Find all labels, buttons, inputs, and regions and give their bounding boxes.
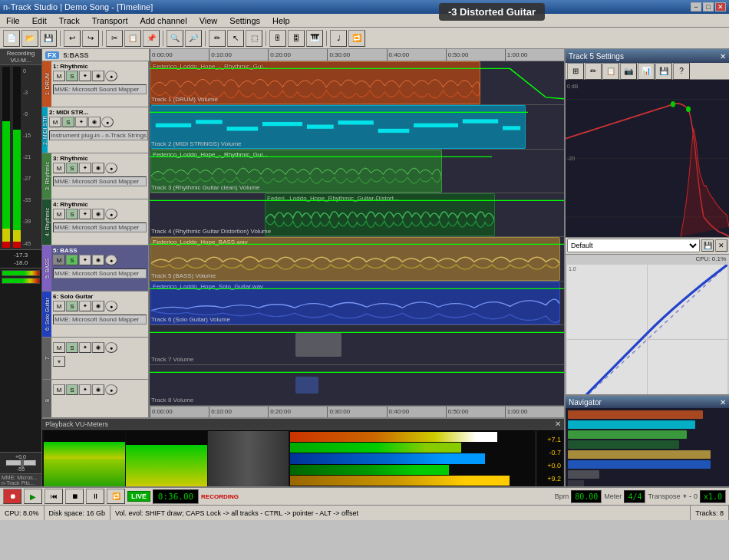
tb-loop[interactable]: 🔁 xyxy=(348,30,365,47)
track-4-in[interactable]: ◉ xyxy=(92,209,104,219)
track-2-solo[interactable]: S xyxy=(62,117,74,127)
menu-file[interactable]: File xyxy=(3,16,23,25)
track-3-waveform[interactable]: Federico_Loddo_Hope_-_Rhythmic_Gui... Tr… xyxy=(150,150,564,193)
loop-button[interactable]: 🔁 xyxy=(107,489,125,504)
tb-undo[interactable]: ↩ xyxy=(64,30,81,47)
menu-track[interactable]: Track xyxy=(56,16,83,25)
tb-zoom-out[interactable]: 🔎 xyxy=(185,30,202,47)
fx-badge[interactable]: FX xyxy=(45,51,59,59)
track-8-in[interactable]: ◉ xyxy=(92,384,104,395)
tb-draw[interactable]: ✏ xyxy=(209,30,226,47)
track-6-in[interactable]: ◉ xyxy=(92,301,104,311)
menu-help[interactable]: Help xyxy=(269,16,293,25)
stop-button[interactable]: ⏹ xyxy=(65,489,84,504)
speed-value[interactable]: x1.0 xyxy=(700,490,726,503)
track-8-waveform[interactable]: Track 8 Volume xyxy=(150,365,564,406)
track-6-fx[interactable]: ✦ xyxy=(79,301,91,311)
track-5-waveform[interactable]: Federico_Loddo_Hope_BASS.wav Track 5 (BA… xyxy=(150,237,564,281)
track-1-in[interactable]: ◉ xyxy=(92,71,104,81)
panel-btn-clipboard[interactable]: 📋 xyxy=(602,63,619,80)
track-7-arm[interactable]: ● xyxy=(105,342,117,353)
transpose-down-btn[interactable]: - xyxy=(689,492,691,500)
menu-settings[interactable]: Settings xyxy=(226,16,263,25)
track-2-arm[interactable]: ● xyxy=(101,117,114,127)
track-5-in[interactable]: ◉ xyxy=(92,255,104,265)
track-1-fx[interactable]: ✦ xyxy=(79,71,91,81)
track-8-arm[interactable]: ● xyxy=(105,384,117,395)
tb-new[interactable]: 📄 xyxy=(3,30,20,47)
menu-transport[interactable]: Transport xyxy=(89,16,131,25)
track-7-fx[interactable]: ✦ xyxy=(79,342,91,353)
track-5-fx[interactable]: ✦ xyxy=(79,255,91,265)
tb-zoom-in[interactable]: 🔍 xyxy=(167,30,183,47)
tb-cut[interactable]: ✂ xyxy=(106,30,123,47)
track-7-dropdown[interactable]: ▾ xyxy=(53,356,65,367)
tb-save[interactable]: 💾 xyxy=(40,30,57,47)
track-3-in[interactable]: ◉ xyxy=(92,163,104,173)
rewind-button[interactable]: ⏮ xyxy=(45,489,63,504)
track-3-solo[interactable]: S xyxy=(66,163,78,173)
panel-btn-camera[interactable]: 📷 xyxy=(620,63,637,80)
preset-select[interactable]: Default xyxy=(567,239,700,252)
track-2-mute[interactable]: M xyxy=(49,117,61,127)
track-1-mute[interactable]: M xyxy=(53,71,65,81)
track-3-mute[interactable]: M xyxy=(53,163,65,173)
tb-open[interactable]: 📂 xyxy=(21,30,38,47)
track-8-mute[interactable]: M xyxy=(53,384,65,395)
tb-metronome[interactable]: ♩ xyxy=(330,30,347,47)
track-7-mute[interactable]: M xyxy=(53,342,65,353)
track-2-waveform[interactable]: Track 2 (MIDI STRINGS) Volume xyxy=(150,105,564,149)
nav-close[interactable]: ✕ xyxy=(720,398,726,407)
comp-x[interactable]: ✕ xyxy=(715,239,727,252)
panel-btn-help[interactable]: ? xyxy=(673,63,690,80)
track-5-mute[interactable]: M xyxy=(53,255,65,265)
tb-redo[interactable]: ↪ xyxy=(82,30,99,47)
track-4-waveform[interactable]: Federi...Loddo_Hope_Rhythmic_Guitar-Dist… xyxy=(150,193,564,237)
track-6-arm[interactable]: ● xyxy=(105,301,117,311)
track-5-solo[interactable]: S xyxy=(66,255,78,265)
panel-btn-grid[interactable]: ⊞ xyxy=(567,63,584,80)
track-4-solo[interactable]: S xyxy=(66,209,78,219)
tb-mixer[interactable]: 🎚 xyxy=(269,30,286,47)
close-button[interactable]: ✕ xyxy=(715,2,726,12)
pause-button[interactable]: ⏸ xyxy=(86,489,104,504)
track-2-fx[interactable]: ✦ xyxy=(75,117,87,127)
track-1-waveform[interactable]: Federico_Loddo_Hope_-_Rhythmic_Gui... Tr… xyxy=(150,61,564,105)
live-badge[interactable]: LIVE xyxy=(127,491,150,502)
tb-fx[interactable]: 🎛 xyxy=(288,30,305,47)
meter-value[interactable]: 4/4 xyxy=(624,490,645,503)
track-5-arm[interactable]: ● xyxy=(105,255,117,265)
bpm-value[interactable]: 80.00 xyxy=(571,490,602,503)
track-1-arm[interactable]: ● xyxy=(105,71,117,81)
comp-save[interactable]: 💾 xyxy=(701,239,714,252)
track-1-solo[interactable]: S xyxy=(66,71,78,81)
panel-btn-pencil[interactable]: ✏ xyxy=(585,63,602,80)
minimize-button[interactable]: − xyxy=(691,2,701,12)
panel-btn-save[interactable]: 💾 xyxy=(655,63,672,80)
track-6-waveform[interactable]: Federico_Loddo_Hope_Solo_Guitar.wav Trac… xyxy=(150,282,564,325)
track-3-arm[interactable]: ● xyxy=(105,163,117,173)
tb-paste[interactable]: 📌 xyxy=(143,30,160,47)
pb-vu-close[interactable]: ✕ xyxy=(555,420,561,428)
track-4-fx[interactable]: ✦ xyxy=(79,209,91,219)
maximize-button[interactable]: □ xyxy=(703,2,714,12)
track-2-in[interactable]: ◉ xyxy=(88,117,101,127)
track-7-waveform[interactable]: Track 7 Volume xyxy=(150,325,564,366)
transpose-up-btn[interactable]: + xyxy=(683,492,687,500)
record-button[interactable]: ⏺ xyxy=(3,489,21,504)
tb-piano[interactable]: 🎹 xyxy=(306,30,323,47)
track-6-solo[interactable]: S xyxy=(66,301,78,311)
track-7-solo[interactable]: S xyxy=(66,342,78,353)
track-4-arm[interactable]: ● xyxy=(105,209,117,219)
track-8-fx[interactable]: ✦ xyxy=(79,384,91,395)
panel-btn-chart[interactable]: 📊 xyxy=(638,63,655,80)
track-4-mute[interactable]: M xyxy=(53,209,65,219)
play-button[interactable]: ▶ xyxy=(24,489,42,504)
panel-close-icon[interactable]: ✕ xyxy=(720,52,726,61)
menu-edit[interactable]: Edit xyxy=(29,16,50,25)
tb-erase[interactable]: ⬚ xyxy=(246,30,262,47)
tb-pointer[interactable]: ↖ xyxy=(227,30,244,47)
menu-view[interactable]: View xyxy=(196,16,221,25)
menu-add-channel[interactable]: Add channel xyxy=(137,16,190,25)
track-8-solo[interactable]: S xyxy=(66,384,78,395)
